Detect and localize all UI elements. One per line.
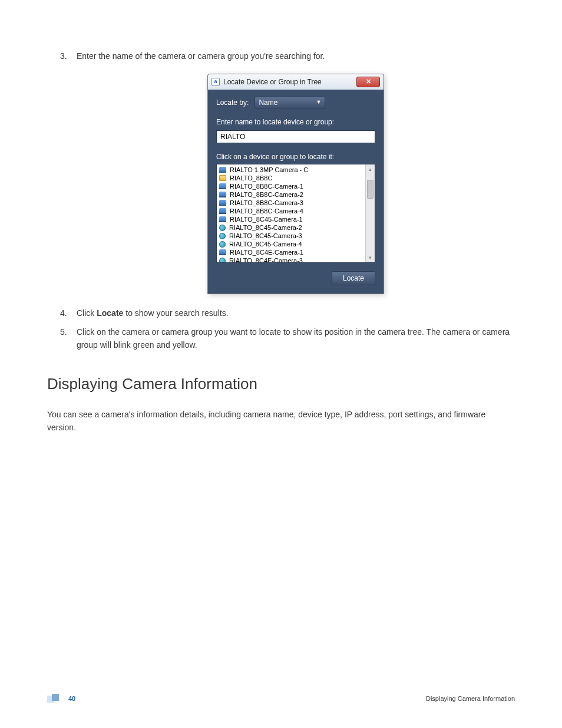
step-3: 3. Enter the name of the camera or camer… [60, 50, 515, 294]
step-5: 5. Click on the camera or camera group y… [60, 326, 515, 351]
results-container: RIALTO 1.3MP Camera - CRIALTO_8B8CRIALTO… [216, 164, 375, 263]
section-paragraph: You can see a camera's information detai… [47, 409, 515, 434]
scroll-up-button[interactable]: ▴ [366, 164, 375, 174]
close-icon: ✕ [366, 77, 371, 87]
camera-icon [219, 208, 226, 214]
results-list[interactable]: RIALTO 1.3MP Camera - CRIALTO_8B8CRIALTO… [217, 164, 365, 262]
camera-round-icon [219, 241, 226, 248]
locate-by-value: Name [259, 97, 277, 108]
footer-section-name: Displaying Camera Information [426, 694, 515, 704]
dialog-screenshot: a Locate Device or Group in Tree ✕ Locat… [77, 74, 515, 295]
scroll-thumb[interactable] [367, 180, 373, 199]
scrollbar[interactable]: ▴ ▾ [365, 164, 375, 262]
list-item-label: RIALTO_8C4E-Camera-3 [229, 256, 303, 263]
camera-round-icon [219, 233, 226, 239]
step-3-text: Enter the name of the camera or camera g… [77, 51, 325, 61]
close-button[interactable]: ✕ [356, 77, 380, 87]
search-input[interactable] [216, 130, 375, 143]
dialog-titlebar: a Locate Device or Group in Tree ✕ [208, 74, 384, 90]
folder-icon [219, 175, 226, 181]
step-4: 4. Click Locate to show your search resu… [60, 307, 515, 320]
step-5-text: Click on the camera or camera group you … [77, 327, 510, 350]
scroll-down-button[interactable]: ▾ [366, 253, 375, 262]
locate-button[interactable]: Locate [332, 271, 375, 285]
step-4-num: 4. [60, 307, 67, 320]
click-device-prompt: Click on a device or group to locate it: [216, 151, 375, 163]
camera-icon [219, 200, 226, 206]
locate-by-select[interactable]: Name ▼ [254, 97, 325, 108]
chevron-down-icon: ▼ [316, 98, 321, 107]
list-item[interactable]: RIALTO_8C4E-Camera-3 [219, 256, 363, 262]
camera-round-icon [219, 258, 226, 263]
camera-icon [219, 167, 226, 173]
camera-icon [219, 249, 226, 255]
step-5-num: 5. [60, 326, 67, 339]
locate-by-label: Locate by: [216, 97, 249, 108]
enter-name-prompt: Enter name to locate device or group: [216, 117, 375, 128]
locate-dialog: a Locate Device or Group in Tree ✕ Locat… [207, 74, 384, 295]
footer-logo-icon [47, 694, 62, 704]
camera-icon [219, 216, 226, 222]
step-4-text: Click Locate to show your search results… [77, 308, 229, 318]
dialog-title: Locate Device or Group in Tree [223, 77, 356, 88]
camera-round-icon [219, 225, 226, 231]
scroll-track[interactable] [366, 174, 375, 253]
app-icon: a [211, 78, 220, 86]
section-heading: Displaying Camera Information [47, 372, 515, 396]
page-footer: 40 Displaying Camera Information [47, 694, 515, 704]
camera-icon [219, 183, 226, 189]
step-3-num: 3. [60, 50, 67, 63]
camera-icon [219, 192, 226, 197]
page-number: 40 [68, 694, 75, 704]
